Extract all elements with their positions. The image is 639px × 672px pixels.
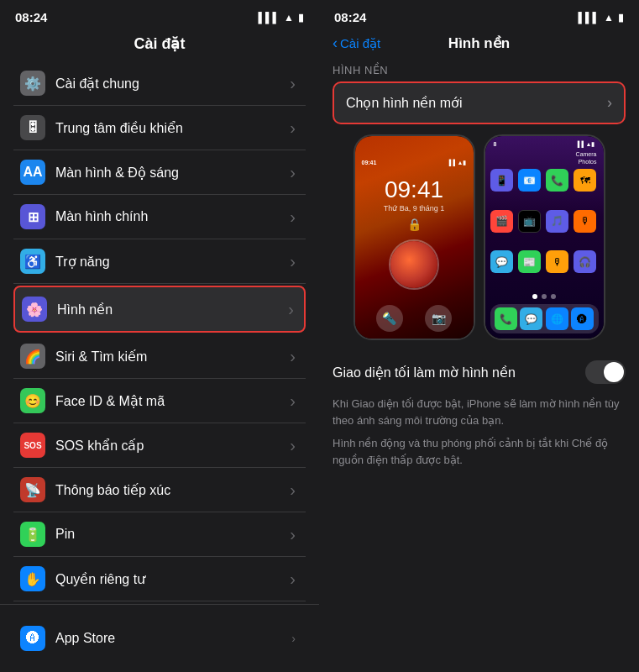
- new-wallpaper-option[interactable]: Chọn hình nền mới ›: [333, 81, 626, 124]
- app-store-chevron: ›: [291, 632, 296, 645]
- dock-messages: 💬: [520, 307, 542, 330]
- face-id-label: Face ID & Mật mã: [55, 393, 290, 409]
- app-icon-4: 🗺: [574, 169, 596, 192]
- settings-item-thong-bao[interactable]: 📡Thông báo tiếp xúc›: [13, 468, 306, 512]
- dock-appstore: 🅐: [571, 307, 594, 330]
- hinh-nen-icon: 🌸: [22, 297, 47, 322]
- sos-chevron: ›: [290, 436, 296, 455]
- right-wifi-icon: ▲: [604, 12, 614, 24]
- app-store-row[interactable]: 🅐 App Store ›: [0, 604, 319, 672]
- settings-item-tro-nang[interactable]: ♿Trợ năng›: [13, 239, 306, 284]
- quyen-rieng-tu-label: Quyền riêng tư: [55, 571, 290, 587]
- app-icon-3: 📞: [546, 169, 568, 192]
- man-hinh-do-sang-icon: AA: [20, 160, 45, 185]
- signal-icon: ▌▌▌: [259, 12, 280, 24]
- app-icon-8: 🎙: [574, 210, 596, 233]
- settings-item-man-hinh-chinh[interactable]: ⊞Màn hình chính›: [13, 195, 306, 239]
- cai-dat-chung-label: Cài đặt chung: [55, 76, 290, 92]
- app-store-icon: 🅐: [20, 626, 45, 651]
- left-panel: 08:24 ▌▌▌ ▲ ▮ Cài đặt ⚙️Cài đặt chung›🎛T…: [0, 0, 319, 672]
- app-icon-11: 🎙: [546, 250, 568, 273]
- back-label: Cài đặt: [340, 36, 380, 51]
- toggle-label: Giao diện tối làm mờ hình nền: [333, 365, 585, 381]
- section-header: HÌNH NỀN: [319, 59, 639, 81]
- trung-tam-dieu-khien-icon: 🎛: [20, 115, 45, 140]
- tro-nang-label: Trợ năng: [55, 254, 290, 270]
- right-time: 08:24: [334, 10, 366, 24]
- thong-bao-icon: 📡: [20, 477, 45, 502]
- lock-icon: 🔒: [407, 218, 422, 231]
- dock-phone: 📞: [495, 307, 517, 330]
- cai-dat-chung-chevron: ›: [290, 74, 296, 93]
- app-icon-1: 📱: [490, 169, 513, 192]
- app-icon-10: 📰: [518, 250, 541, 273]
- app-icon-9: 💬: [490, 250, 513, 273]
- app-icon-6: 📺: [518, 210, 541, 233]
- face-id-chevron: ›: [290, 391, 296, 411]
- right-status-bar: 08:24 ▌▌▌ ▲ ▮: [319, 0, 639, 29]
- left-time: 08:24: [15, 10, 47, 24]
- settings-item-siri[interactable]: 🌈Siri & Tìm kiếm›: [13, 334, 306, 379]
- settings-item-hinh-nen[interactable]: 🌸Hình nền›: [13, 286, 306, 333]
- dark-mode-toggle[interactable]: [585, 360, 626, 384]
- right-panel: 08:24 ▌▌▌ ▲ ▮ ‹ Cài đặt Hình nền HÌNH NỀ…: [319, 0, 639, 672]
- tro-nang-chevron: ›: [290, 252, 296, 271]
- back-chevron-icon: ‹: [333, 34, 338, 52]
- man-hinh-chinh-icon: ⊞: [20, 204, 45, 229]
- settings-item-trung-tam-dieu-khien[interactable]: 🎛Trung tâm điều khiển›: [13, 106, 306, 150]
- dock-safari: 🌐: [546, 307, 568, 330]
- home-app-grid: 📱 📧 📞 🗺 🎬 📺 🎵 🎙 💬 📰 🎙 🎧: [489, 166, 600, 291]
- back-button[interactable]: ‹ Cài đặt: [333, 34, 380, 52]
- quyen-rieng-tu-chevron: ›: [290, 570, 296, 589]
- right-signal-icon: ▌▌▌: [579, 12, 600, 24]
- settings-item-quyen-rieng-tu[interactable]: ✋Quyền riêng tư›: [13, 557, 306, 601]
- settings-item-sos[interactable]: SOSSOS khẩn cấp›: [13, 423, 306, 468]
- siri-chevron: ›: [290, 347, 296, 366]
- home-dock: 📞 💬 🌐 🅐: [490, 304, 599, 333]
- cai-dat-chung-icon: ⚙️: [20, 71, 45, 96]
- new-wallpaper-label: Chọn hình nền mới: [346, 95, 607, 111]
- new-wallpaper-chevron: ›: [607, 94, 612, 112]
- lock-time: 09:41: [384, 178, 445, 202]
- lock-date: Thứ Ba, 9 tháng 1: [384, 204, 445, 213]
- wallpaper-preview: 09:41 ▌▌▲▮ 09:41 Thứ Ba, 9 tháng 1 🔒 🔦 📷: [333, 134, 626, 340]
- battery-icon: ▮: [298, 12, 304, 24]
- right-nav-bar: ‹ Cài đặt Hình nền: [319, 29, 639, 59]
- man-hinh-do-sang-chevron: ›: [290, 163, 296, 182]
- tro-nang-icon: ♿: [20, 249, 45, 274]
- pin-icon: 🔋: [20, 522, 45, 547]
- app-icon-2: 📧: [518, 169, 541, 192]
- trung-tam-dieu-khien-chevron: ›: [290, 118, 296, 138]
- lock-screen: 09:41 ▌▌▲▮ 09:41 Thứ Ba, 9 tháng 1 🔒 🔦 📷: [355, 136, 474, 339]
- left-status-bar: 08:24 ▌▌▌ ▲ ▮: [0, 0, 319, 29]
- home-screen-mockup: 8 ▌▌▲▮ Camera Photos 📱 📧 📞 🗺 🎬 📺: [484, 134, 605, 340]
- man-hinh-do-sang-label: Màn hình & Độ sáng: [55, 165, 290, 181]
- man-hinh-chinh-chevron: ›: [290, 207, 296, 227]
- pin-label: Pin: [55, 527, 290, 542]
- app-store-label: App Store: [55, 631, 291, 646]
- description-1: Khi Giao diện tối được bật, iPhone sẽ là…: [319, 396, 639, 435]
- settings-item-face-id[interactable]: 😊Face ID & Mật mã›: [13, 379, 306, 423]
- man-hinh-chinh-label: Màn hình chính: [55, 209, 290, 224]
- settings-item-pin[interactable]: 🔋Pin›: [13, 512, 306, 557]
- home-status-bar: 8 ▌▌▲▮: [489, 139, 600, 150]
- app-icon-7: 🎵: [546, 210, 568, 233]
- hinh-nen-label: Hình nền: [57, 302, 288, 318]
- toggle-thumb: [604, 362, 624, 382]
- sos-label: SOS khẩn cấp: [55, 438, 290, 454]
- wifi-icon: ▲: [284, 12, 294, 24]
- right-battery-icon: ▮: [618, 12, 624, 24]
- home-screen: 8 ▌▌▲▮ Camera Photos 📱 📧 📞 🗺 🎬 📺: [485, 136, 604, 339]
- pin-chevron: ›: [290, 525, 296, 544]
- settings-item-man-hinh-do-sang[interactable]: AAMàn hình & Độ sáng›: [13, 150, 306, 195]
- left-nav-title: Cài đặt: [0, 29, 319, 61]
- quyen-rieng-tu-icon: ✋: [20, 566, 45, 591]
- sos-icon: SOS: [20, 433, 45, 458]
- thong-bao-chevron: ›: [290, 480, 296, 500]
- right-status-icons: ▌▌▌ ▲ ▮: [579, 12, 624, 24]
- app-icon-12: 🎧: [574, 250, 596, 273]
- siri-label: Siri & Tìm kiếm: [55, 349, 290, 365]
- right-nav-title: Hình nền: [448, 34, 510, 52]
- settings-item-cai-dat-chung[interactable]: ⚙️Cài đặt chung›: [13, 61, 306, 106]
- dark-mode-toggle-row: Giao diện tối làm mờ hình nền: [319, 352, 639, 392]
